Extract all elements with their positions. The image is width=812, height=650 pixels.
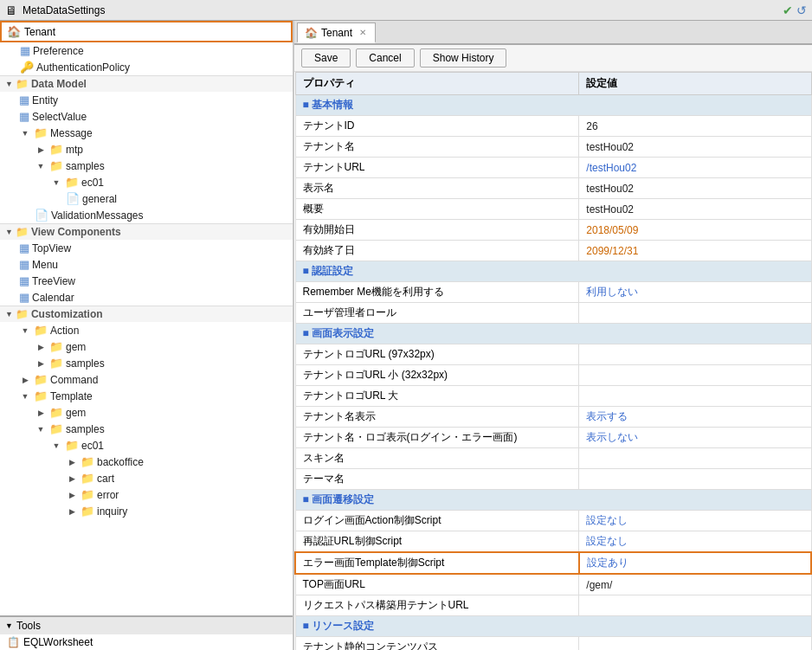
table-row[interactable]: ログイン画面Action制御Script 設定なし — [295, 511, 811, 531]
refresh-button[interactable]: ↺ — [796, 3, 807, 17]
template-error-expand[interactable]: ▶ — [66, 489, 78, 501]
ec01-item[interactable]: ▼ 📁 ec01 — [0, 174, 293, 190]
action-samples-expand[interactable]: ▶ — [35, 357, 47, 370]
table-row[interactable]: 有効開始日 2018/05/09 — [295, 220, 811, 241]
table-row[interactable]: テナント名 testHou02 — [295, 137, 811, 158]
section-view-components: ▼ 📁 View Components — [0, 223, 293, 240]
folder-action-gem-icon: 📁 — [49, 340, 63, 353]
template-samples-expand[interactable]: ▼ — [35, 423, 47, 435]
ec01-expand[interactable]: ▼ — [50, 177, 62, 189]
template-cart-expand[interactable]: ▶ — [66, 473, 78, 485]
template-inquiry-item[interactable]: ▶ 📁 inquiry — [0, 503, 293, 519]
message-expand[interactable]: ▼ — [19, 127, 31, 139]
template-backoffice-expand[interactable]: ▶ — [66, 456, 78, 468]
highlighted-error-template-row[interactable]: エラー画面Template制御Script 設定あり — [295, 552, 811, 574]
command-expand[interactable]: ▶ — [19, 374, 31, 386]
samples-msg-item[interactable]: ▼ 📁 samples — [0, 158, 293, 174]
table-row[interactable]: リクエストパス構築用テナントURL — [295, 595, 811, 616]
calendar-item[interactable]: ▦ Calendar — [0, 289, 293, 306]
tools-section: ▼ Tools 📋 EQLWorksheet — [0, 615, 293, 650]
treeview-item[interactable]: ▦ TreeView — [0, 273, 293, 289]
template-samples-item[interactable]: ▼ 📁 samples — [0, 421, 293, 437]
table-row[interactable]: ユーザ管理者ロール — [295, 303, 811, 324]
table-row[interactable]: テナント名・ロゴ表示(ログイン・エラー画面) 表示しない — [295, 428, 811, 448]
table-row[interactable]: テナントロゴURL 小 (32x32px) — [295, 365, 811, 386]
grid-icon: ▦ — [20, 44, 30, 57]
table-row[interactable]: テナント静的コンテンツパス — [295, 637, 811, 651]
table-row[interactable]: スキン名 — [295, 448, 811, 469]
save-button[interactable]: Save — [301, 48, 351, 68]
tools-header[interactable]: ▼ Tools — [0, 617, 293, 634]
tools-expand-icon: ▼ — [5, 621, 13, 630]
action-item[interactable]: ▼ 📁 Action — [0, 322, 293, 338]
template-ec01-expand[interactable]: ▼ — [50, 440, 62, 452]
confirm-button[interactable]: ✔ — [783, 3, 793, 17]
tab-close-button[interactable]: ✕ — [359, 28, 366, 37]
template-gem-expand[interactable]: ▶ — [35, 407, 47, 419]
table-row[interactable]: テナントロゴURL 大 — [295, 386, 811, 407]
table-row[interactable]: テナントID 26 — [295, 116, 811, 137]
template-expand[interactable]: ▼ — [19, 390, 31, 402]
table-row[interactable]: TOP画面URL /gem/ — [295, 574, 811, 595]
message-item[interactable]: ▼ 📁 Message — [0, 125, 293, 141]
left-panel: 🏠 Tenant ▦ Preference 🔑 AuthenticationPo… — [0, 21, 294, 650]
entity-item[interactable]: ▦ Entity — [0, 92, 293, 108]
show-history-button[interactable]: Show History — [420, 48, 507, 68]
folder-mtp-icon: 📁 — [49, 143, 63, 156]
auth-policy-item[interactable]: 🔑 AuthenticationPolicy — [0, 59, 293, 75]
table-row[interactable]: 表示名 testHou02 — [295, 178, 811, 199]
command-item[interactable]: ▶ 📁 Command — [0, 371, 293, 388]
samples-msg-expand[interactable]: ▼ — [35, 160, 47, 172]
section-auth: ■ 認証設定 — [295, 261, 811, 282]
table-row[interactable]: テーマ名 — [295, 469, 811, 490]
content-area: プロパティ 設定値 ■ 基本情報 テナントID 26 テナント名 — [294, 72, 812, 650]
tenant-tree-item[interactable]: 🏠 Tenant — [0, 21, 293, 42]
mtp-expand[interactable]: ▶ — [35, 144, 47, 156]
table-row[interactable]: テナントロゴURL (97x32px) — [295, 344, 811, 365]
tab-house-icon: 🏠 — [305, 27, 318, 39]
folder-vc-icon: 📁 — [16, 226, 29, 238]
folder-samples-icon: 📁 — [49, 159, 63, 172]
table-row[interactable]: Remember Me機能を利用する 利用しない — [295, 282, 811, 303]
folder-icon: 📁 — [16, 78, 29, 90]
general-item[interactable]: 📄 general — [0, 190, 293, 207]
folder-template-ec01-icon: 📁 — [65, 439, 79, 452]
menu-item[interactable]: ▦ Menu — [0, 256, 293, 273]
section-customization: ▼ 📁 Customization — [0, 306, 293, 322]
template-error-item[interactable]: ▶ 📁 error — [0, 486, 293, 503]
app-title: MetaDataSettings — [23, 4, 105, 16]
action-gem-item[interactable]: ▶ 📁 gem — [0, 338, 293, 355]
table-row[interactable]: テナント名表示 表示する — [295, 407, 811, 428]
template-ec01-item[interactable]: ▼ 📁 ec01 — [0, 437, 293, 454]
eql-worksheet-item[interactable]: 📋 EQLWorksheet — [0, 634, 293, 650]
cancel-button[interactable]: Cancel — [356, 48, 414, 68]
tenant-tab[interactable]: 🏠 Tenant ✕ — [297, 23, 376, 43]
eql-label: EQLWorksheet — [23, 636, 93, 648]
col-property-header: プロパティ — [295, 73, 579, 95]
validation-messages-item[interactable]: 📄 ValidationMessages — [0, 207, 293, 223]
doc-validation-icon: 📄 — [35, 209, 48, 222]
template-inquiry-expand[interactable]: ▶ — [66, 505, 78, 518]
template-item[interactable]: ▼ 📁 Template — [0, 388, 293, 404]
folder-template-inquiry-icon: 📁 — [81, 505, 94, 518]
topview-item[interactable]: ▦ TopView — [0, 240, 293, 256]
template-backoffice-item[interactable]: ▶ 📁 backoffice — [0, 454, 293, 470]
folder-template-cart-icon: 📁 — [81, 472, 94, 485]
table-row[interactable]: テナントURL /testHou02 — [295, 158, 811, 178]
mtp-item[interactable]: ▶ 📁 mtp — [0, 141, 293, 158]
action-gem-expand[interactable]: ▶ — [35, 341, 47, 353]
table-row[interactable]: 有効終了日 2099/12/31 — [295, 241, 811, 261]
table-row[interactable]: 概要 testHou02 — [295, 199, 811, 220]
preference-item[interactable]: ▦ Preference — [0, 42, 293, 59]
template-cart-item[interactable]: ▶ 📁 cart — [0, 470, 293, 486]
action-expand[interactable]: ▼ — [19, 325, 31, 337]
select-value-item[interactable]: ▦ SelectValue — [0, 108, 293, 125]
table-row[interactable]: 再認証URL制御Script 設定なし — [295, 531, 811, 553]
tenant-label: Tenant — [24, 26, 55, 38]
action-samples-item[interactable]: ▶ 📁 samples — [0, 355, 293, 371]
template-gem-item[interactable]: ▶ 📁 gem — [0, 404, 293, 421]
section-expand-icon: ▼ — [5, 80, 13, 88]
tab-label: Tenant — [321, 27, 352, 39]
section-screen-display: ■ 画面表示設定 — [295, 324, 811, 344]
app-icon: 🖥 — [5, 3, 17, 17]
